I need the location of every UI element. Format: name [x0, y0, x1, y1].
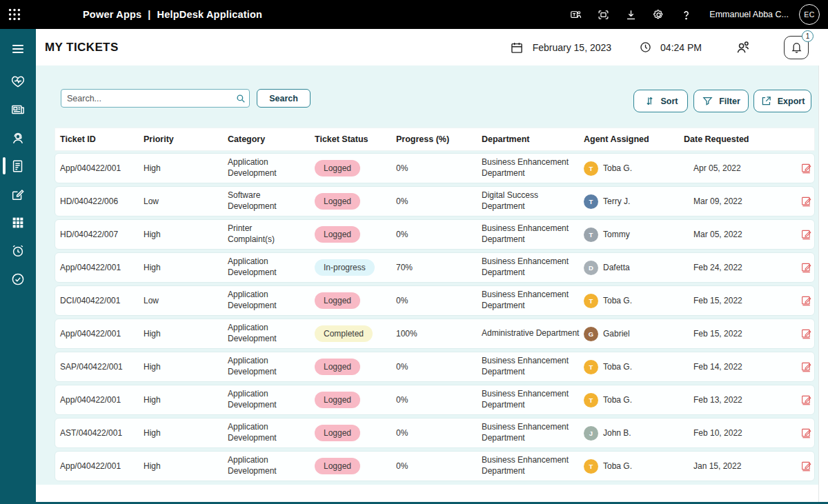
- sidebar-item-tasks[interactable]: [0, 265, 36, 293]
- column-header: Ticket Status: [315, 134, 396, 144]
- sidebar-nav: [0, 29, 36, 502]
- edit-ticket-button[interactable]: [782, 327, 814, 340]
- sort-button[interactable]: Sort: [633, 90, 688, 112]
- edit-icon: [800, 361, 813, 373]
- table-row[interactable]: App/040422/001 High Application Developm…: [55, 153, 815, 183]
- sidebar-item-apps[interactable]: [0, 208, 36, 236]
- agent-cell: T Toba G.: [584, 393, 684, 407]
- date-cell: Apr 05, 2022: [684, 163, 782, 173]
- settings-icon[interactable]: [647, 4, 670, 25]
- table-row[interactable]: App/040422/001 High Application Developm…: [55, 319, 815, 349]
- status-badge: Completed: [315, 325, 373, 342]
- sidebar-item-compose[interactable]: [0, 180, 36, 208]
- menu-toggle[interactable]: [0, 34, 36, 63]
- table-row[interactable]: SAP/040422/001 High Application Developm…: [55, 352, 815, 382]
- tickets-table: App/040422/001 High Application Developm…: [55, 153, 815, 484]
- sidebar-item-news[interactable]: [0, 95, 36, 123]
- status-cell: Completed: [315, 325, 396, 342]
- column-header: Department: [482, 134, 584, 144]
- agent-avatar: G: [584, 327, 598, 341]
- edit-ticket-button[interactable]: [782, 394, 814, 406]
- progress-cell: 0%: [396, 230, 482, 239]
- table-header-row: Ticket IDPriorityCategoryTicket StatusPr…: [55, 128, 815, 151]
- progress-cell: 0%: [396, 461, 482, 471]
- table-row[interactable]: App/040422/001 High Application Developm…: [55, 385, 815, 415]
- agent-cell: T Toba G.: [584, 294, 684, 308]
- sort-icon: [644, 95, 656, 107]
- search-button[interactable]: Search: [257, 89, 310, 108]
- status-badge: Logged: [315, 392, 360, 408]
- department-cell: Business Enhancement Department: [482, 256, 584, 278]
- table-row[interactable]: DCI/040422/001 Low Application Developme…: [55, 285, 815, 316]
- column-header: Priority: [144, 134, 228, 144]
- table-row[interactable]: HD/040422/007 High Printer Complaint(s) …: [55, 219, 815, 250]
- status-cell: Logged: [315, 193, 396, 210]
- date-cell: Feb 15, 2022: [684, 296, 782, 305]
- document-icon: [10, 159, 26, 174]
- table-row[interactable]: App/040422/001 High Application Developm…: [55, 451, 815, 481]
- sidebar-item-health[interactable]: [0, 67, 36, 95]
- column-header: Ticket ID: [60, 134, 144, 144]
- share-people-icon[interactable]: [735, 39, 751, 55]
- sidebar-item-tickets[interactable]: [0, 152, 36, 180]
- category-cell: Printer Complaint(s): [228, 223, 315, 245]
- download-icon[interactable]: [619, 4, 642, 25]
- fit-screen-icon[interactable]: [591, 4, 615, 25]
- progress-cell: 0%: [396, 395, 482, 405]
- edit-ticket-button[interactable]: [782, 162, 814, 174]
- ticket-id-cell: App/040422/001: [60, 263, 144, 272]
- edit-ticket-button[interactable]: [782, 294, 814, 307]
- status-cell: Logged: [315, 458, 396, 474]
- status-cell: Logged: [315, 160, 396, 177]
- agent-avatar: T: [584, 393, 598, 407]
- status-badge: Logged: [315, 458, 360, 474]
- date-cell: Jan 15, 2022: [684, 461, 782, 471]
- agent-avatar: T: [584, 360, 598, 374]
- sidebar-item-reminders[interactable]: [0, 236, 36, 265]
- newspaper-icon: [10, 102, 26, 117]
- agent-avatar: T: [584, 294, 598, 308]
- table-row[interactable]: App/040422/001 High Application Developm…: [55, 252, 815, 283]
- teams-icon[interactable]: [564, 4, 587, 25]
- page-title: MY TICKETS: [45, 41, 119, 54]
- scrollbar-track[interactable]: [818, 65, 828, 504]
- status-cell: Logged: [315, 392, 396, 408]
- export-button[interactable]: Export: [753, 90, 811, 112]
- priority-cell: High: [144, 329, 228, 339]
- top-bar: Power Apps | HelpDesk Application Emmanu…: [0, 0, 828, 29]
- ticket-id-cell: App/040422/001: [60, 461, 144, 471]
- filter-button[interactable]: Filter: [693, 90, 749, 112]
- ticket-id-cell: DCI/040422/001: [60, 296, 144, 305]
- ticket-id-cell: HD/040422/006: [60, 196, 144, 206]
- app-launcher-icon[interactable]: [7, 7, 22, 22]
- edit-ticket-button[interactable]: [782, 228, 814, 241]
- edit-ticket-button[interactable]: [782, 261, 814, 274]
- status-badge: In-progress: [315, 259, 375, 276]
- user-name-label: Emmanuel Abba C...: [709, 10, 789, 19]
- status-cell: In-progress: [315, 259, 396, 276]
- category-cell: Software Development: [228, 190, 315, 212]
- agent-avatar: J: [584, 426, 598, 441]
- sidebar-item-agents[interactable]: [0, 123, 36, 152]
- help-icon[interactable]: [674, 4, 698, 25]
- edit-ticket-button[interactable]: [782, 195, 814, 208]
- agent-avatar: D: [584, 261, 598, 275]
- table-row[interactable]: HD/040422/006 Low Software Development L…: [55, 186, 815, 216]
- category-cell: Application Development: [228, 323, 315, 344]
- progress-cell: 0%: [396, 163, 482, 173]
- table-row[interactable]: AST/040422/001 High Application Developm…: [55, 418, 815, 448]
- category-cell: Application Development: [228, 256, 315, 278]
- search-input[interactable]: [61, 89, 250, 108]
- progress-cell: 70%: [396, 263, 482, 272]
- agent-cell: G Gabriel: [584, 327, 684, 341]
- status-cell: Logged: [315, 425, 396, 441]
- edit-ticket-button[interactable]: [782, 361, 814, 373]
- department-cell: Administrative Department: [482, 328, 584, 339]
- department-cell: Business Enhancement Department: [482, 455, 584, 476]
- app-name-label: HelpDesk Application: [157, 9, 263, 20]
- category-cell: Application Development: [228, 422, 315, 443]
- edit-ticket-button[interactable]: [782, 460, 814, 472]
- user-avatar[interactable]: EC: [799, 4, 820, 25]
- notification-bell[interactable]: 1: [784, 36, 809, 59]
- edit-ticket-button[interactable]: [782, 427, 814, 439]
